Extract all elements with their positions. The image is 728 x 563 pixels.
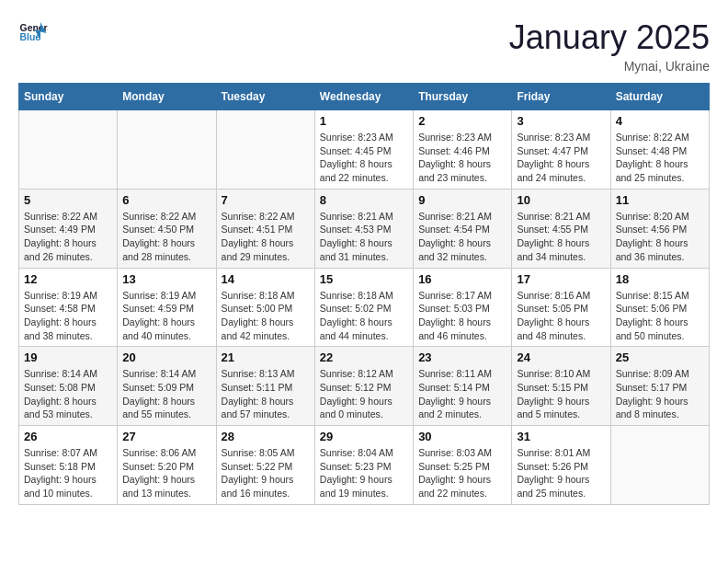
calendar-cell (118, 110, 216, 190)
month-title: January 2025 (509, 18, 710, 57)
cell-content: Sunrise: 8:14 AM Sunset: 5:08 PM Dayligh… (24, 367, 112, 421)
calendar-cell: 8Sunrise: 8:21 AM Sunset: 4:53 PM Daylig… (314, 189, 413, 268)
day-number: 24 (517, 350, 605, 364)
day-number: 22 (320, 350, 408, 364)
day-number: 13 (122, 272, 210, 286)
calendar-cell: 11Sunrise: 8:20 AM Sunset: 4:56 PM Dayli… (610, 189, 709, 268)
cell-content: Sunrise: 8:13 AM Sunset: 5:11 PM Dayligh… (222, 367, 310, 421)
day-number: 30 (418, 430, 506, 443)
cell-content: Sunrise: 8:17 AM Sunset: 5:03 PM Dayligh… (418, 289, 506, 343)
calendar-week-row: 5Sunrise: 8:22 AM Sunset: 4:49 PM Daylig… (19, 189, 710, 268)
calendar-cell: 9Sunrise: 8:21 AM Sunset: 4:54 PM Daylig… (414, 189, 512, 268)
cell-content: Sunrise: 8:06 AM Sunset: 5:20 PM Dayligh… (122, 446, 210, 500)
logo: General Blue (18, 18, 48, 48)
day-number: 27 (122, 430, 210, 443)
cell-content: Sunrise: 8:21 AM Sunset: 4:53 PM Dayligh… (320, 210, 408, 264)
day-number: 6 (122, 193, 210, 207)
calendar-cell: 12Sunrise: 8:19 AM Sunset: 4:58 PM Dayli… (19, 268, 118, 347)
cell-content: Sunrise: 8:23 AM Sunset: 4:47 PM Dayligh… (517, 131, 605, 185)
day-number: 3 (517, 114, 605, 128)
calendar-cell: 2Sunrise: 8:23 AM Sunset: 4:46 PM Daylig… (414, 110, 512, 190)
day-number: 26 (24, 430, 112, 443)
calendar-cell: 1Sunrise: 8:23 AM Sunset: 4:45 PM Daylig… (314, 110, 413, 190)
calendar-cell: 25Sunrise: 8:09 AM Sunset: 5:17 PM Dayli… (610, 347, 709, 426)
calendar-cell: 19Sunrise: 8:14 AM Sunset: 5:08 PM Dayli… (19, 347, 118, 426)
cell-content: Sunrise: 8:23 AM Sunset: 4:45 PM Dayligh… (320, 131, 408, 185)
calendar-cell: 21Sunrise: 8:13 AM Sunset: 5:11 PM Dayli… (216, 347, 314, 426)
calendar-cell (610, 426, 709, 505)
cell-content: Sunrise: 8:20 AM Sunset: 4:56 PM Dayligh… (616, 210, 704, 264)
day-number: 2 (418, 114, 506, 128)
cell-content: Sunrise: 8:18 AM Sunset: 5:00 PM Dayligh… (222, 289, 310, 343)
weekday-header: Monday (118, 84, 216, 110)
calendar-cell: 23Sunrise: 8:11 AM Sunset: 5:14 PM Dayli… (414, 347, 512, 426)
calendar-week-row: 12Sunrise: 8:19 AM Sunset: 4:58 PM Dayli… (19, 268, 710, 347)
calendar-cell (19, 110, 118, 190)
cell-content: Sunrise: 8:10 AM Sunset: 5:15 PM Dayligh… (517, 367, 605, 421)
day-number: 28 (222, 430, 310, 443)
cell-content: Sunrise: 8:22 AM Sunset: 4:48 PM Dayligh… (616, 131, 704, 185)
calendar-cell: 10Sunrise: 8:21 AM Sunset: 4:55 PM Dayli… (512, 189, 610, 268)
calendar-cell: 30Sunrise: 8:03 AM Sunset: 5:25 PM Dayli… (414, 426, 512, 505)
calendar-week-row: 26Sunrise: 8:07 AM Sunset: 5:18 PM Dayli… (19, 426, 710, 505)
cell-content: Sunrise: 8:19 AM Sunset: 4:58 PM Dayligh… (24, 289, 112, 343)
calendar-cell (216, 110, 314, 190)
day-number: 10 (517, 193, 605, 207)
weekday-header-row: SundayMondayTuesdayWednesdayThursdayFrid… (19, 84, 710, 110)
cell-content: Sunrise: 8:14 AM Sunset: 5:09 PM Dayligh… (122, 367, 210, 421)
calendar-cell: 4Sunrise: 8:22 AM Sunset: 4:48 PM Daylig… (610, 110, 709, 190)
cell-content: Sunrise: 8:11 AM Sunset: 5:14 PM Dayligh… (418, 367, 506, 421)
day-number: 29 (320, 430, 408, 443)
cell-content: Sunrise: 8:21 AM Sunset: 4:54 PM Dayligh… (418, 210, 506, 264)
day-number: 15 (320, 272, 408, 286)
weekday-header: Friday (512, 84, 610, 110)
calendar-cell: 17Sunrise: 8:16 AM Sunset: 5:05 PM Dayli… (512, 268, 610, 347)
cell-content: Sunrise: 8:15 AM Sunset: 5:06 PM Dayligh… (616, 289, 704, 343)
day-number: 31 (517, 430, 605, 443)
calendar-cell: 31Sunrise: 8:01 AM Sunset: 5:26 PM Dayli… (512, 426, 610, 505)
calendar-cell: 14Sunrise: 8:18 AM Sunset: 5:00 PM Dayli… (216, 268, 314, 347)
day-number: 1 (320, 114, 408, 128)
page-header: General Blue January 2025 Mynai, Ukraine (18, 18, 710, 74)
cell-content: Sunrise: 8:16 AM Sunset: 5:05 PM Dayligh… (517, 289, 605, 343)
calendar-week-row: 1Sunrise: 8:23 AM Sunset: 4:45 PM Daylig… (19, 110, 710, 190)
cell-content: Sunrise: 8:12 AM Sunset: 5:12 PM Dayligh… (320, 367, 408, 421)
cell-content: Sunrise: 8:22 AM Sunset: 4:49 PM Dayligh… (24, 210, 112, 264)
calendar-cell: 20Sunrise: 8:14 AM Sunset: 5:09 PM Dayli… (118, 347, 216, 426)
cell-content: Sunrise: 8:22 AM Sunset: 4:51 PM Dayligh… (222, 210, 310, 264)
calendar-cell: 27Sunrise: 8:06 AM Sunset: 5:20 PM Dayli… (118, 426, 216, 505)
weekday-header: Thursday (414, 84, 512, 110)
calendar-cell: 26Sunrise: 8:07 AM Sunset: 5:18 PM Dayli… (19, 426, 118, 505)
day-number: 19 (24, 350, 112, 364)
calendar-cell: 22Sunrise: 8:12 AM Sunset: 5:12 PM Dayli… (314, 347, 413, 426)
day-number: 17 (517, 272, 605, 286)
calendar-week-row: 19Sunrise: 8:14 AM Sunset: 5:08 PM Dayli… (19, 347, 710, 426)
day-number: 21 (222, 350, 310, 364)
calendar-cell: 24Sunrise: 8:10 AM Sunset: 5:15 PM Dayli… (512, 347, 610, 426)
day-number: 8 (320, 193, 408, 207)
cell-content: Sunrise: 8:04 AM Sunset: 5:23 PM Dayligh… (320, 446, 408, 500)
cell-content: Sunrise: 8:09 AM Sunset: 5:17 PM Dayligh… (616, 367, 704, 421)
weekday-header: Wednesday (314, 84, 413, 110)
calendar-cell: 29Sunrise: 8:04 AM Sunset: 5:23 PM Dayli… (314, 426, 413, 505)
day-number: 18 (616, 272, 704, 286)
day-number: 14 (222, 272, 310, 286)
cell-content: Sunrise: 8:05 AM Sunset: 5:22 PM Dayligh… (222, 446, 310, 500)
day-number: 25 (616, 350, 704, 364)
calendar-cell: 7Sunrise: 8:22 AM Sunset: 4:51 PM Daylig… (216, 189, 314, 268)
cell-content: Sunrise: 8:22 AM Sunset: 4:50 PM Dayligh… (122, 210, 210, 264)
day-number: 20 (122, 350, 210, 364)
calendar-cell: 28Sunrise: 8:05 AM Sunset: 5:22 PM Dayli… (216, 426, 314, 505)
day-number: 12 (24, 272, 112, 286)
calendar-cell: 15Sunrise: 8:18 AM Sunset: 5:02 PM Dayli… (314, 268, 413, 347)
day-number: 7 (222, 193, 310, 207)
calendar-table: SundayMondayTuesdayWednesdayThursdayFrid… (18, 83, 710, 505)
day-number: 9 (418, 193, 506, 207)
cell-content: Sunrise: 8:23 AM Sunset: 4:46 PM Dayligh… (418, 131, 506, 185)
day-number: 11 (616, 193, 704, 207)
cell-content: Sunrise: 8:01 AM Sunset: 5:26 PM Dayligh… (517, 446, 605, 500)
cell-content: Sunrise: 8:19 AM Sunset: 4:59 PM Dayligh… (122, 289, 210, 343)
cell-content: Sunrise: 8:18 AM Sunset: 5:02 PM Dayligh… (320, 289, 408, 343)
logo-icon: General Blue (18, 18, 48, 48)
day-number: 16 (418, 272, 506, 286)
